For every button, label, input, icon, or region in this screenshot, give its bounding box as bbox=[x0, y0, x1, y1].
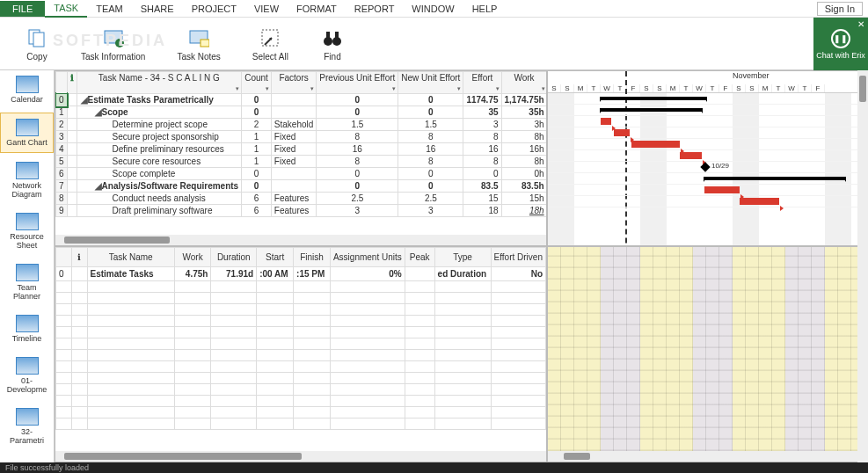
task-row[interactable]: 9Draft preliminary software6Features3318… bbox=[56, 205, 548, 217]
gantt-row[interactable] bbox=[548, 150, 867, 162]
task-row[interactable]: 5Secure core resources1Fixed8888h1d bbox=[56, 156, 548, 168]
view-icon bbox=[16, 119, 39, 136]
view-icon bbox=[16, 162, 39, 179]
detail-row[interactable] bbox=[56, 373, 546, 384]
view-bar: CalendarGantt ChartNetworkDiagramResourc… bbox=[0, 70, 55, 462]
detail-hscrollbar[interactable] bbox=[55, 451, 546, 462]
menu-share[interactable]: SHARE bbox=[132, 1, 183, 17]
bar-label: 10/29 bbox=[711, 162, 729, 170]
menu-file[interactable]: FILE bbox=[0, 1, 45, 17]
menu-window[interactable]: WINDOW bbox=[403, 1, 463, 17]
task-notes-button[interactable]: Task Notes bbox=[177, 25, 220, 62]
menu-report[interactable]: REPORT bbox=[346, 1, 404, 17]
gantt-row[interactable] bbox=[548, 139, 867, 150]
task-row[interactable]: 8Conduct needs analysis6Features2.52.515… bbox=[56, 193, 548, 205]
detail-row[interactable] bbox=[56, 396, 546, 407]
menu-help[interactable]: HELP bbox=[463, 1, 507, 17]
menu-view[interactable]: VIEW bbox=[245, 1, 288, 17]
task-detail-grid[interactable]: ℹTask NameWorkDurationStartFinishAssignm… bbox=[55, 247, 546, 430]
col-header[interactable]: Factors▾ bbox=[271, 72, 316, 94]
view-calendar[interactable]: Calendar bbox=[0, 70, 54, 109]
task-bar bbox=[601, 118, 611, 125]
gantt-row[interactable] bbox=[548, 185, 867, 196]
view-timeline[interactable]: Timeline bbox=[0, 309, 54, 348]
task-row[interactable]: 3Secure project sponsorship1Fixed8888h1d bbox=[56, 131, 548, 143]
task-row[interactable]: 0◢Estimate Tasks Parametrically0001174.7… bbox=[56, 94, 548, 106]
task-bar bbox=[631, 141, 680, 148]
detail-col-header[interactable]: Effort Driven bbox=[491, 248, 545, 267]
status-bar: File successfully loaded bbox=[0, 462, 868, 473]
view-32-parametri[interactable]: 32-Parametri bbox=[0, 403, 54, 450]
col-header[interactable]: Count▾ bbox=[242, 72, 272, 94]
gantt-pane[interactable]: November SSMTWTFSSMTWTFSSMTWTF 10/29 bbox=[547, 70, 868, 246]
view-team-planner[interactable]: TeamPlanner bbox=[0, 258, 54, 306]
menu-team[interactable]: TEAM bbox=[87, 1, 132, 17]
task-information-button[interactable]: i Task Information bbox=[81, 25, 145, 62]
detail-col-header[interactable]: Work bbox=[174, 248, 211, 267]
col-header[interactable]: Previous Unit Effort▾ bbox=[317, 72, 398, 94]
select-all-button[interactable]: Select All bbox=[252, 25, 288, 62]
detail-col-header[interactable]: Peak bbox=[405, 248, 434, 267]
detail-col-header[interactable]: Type bbox=[434, 248, 491, 267]
detail-col-header[interactable]: Start bbox=[257, 248, 294, 267]
view-icon bbox=[16, 315, 39, 332]
view-resource-sheet[interactable]: ResourceSheet bbox=[0, 207, 54, 255]
detail-row[interactable]: 0Estimate Tasks4.75h71.91d:00 AM:15 PM0%… bbox=[56, 267, 546, 281]
task-row[interactable]: 7◢Analysis/Software Requirements00083.58… bbox=[56, 180, 548, 193]
gantt-row[interactable] bbox=[548, 93, 867, 105]
task-grid-pane[interactable]: ℹTask Name - 34 - S C A L I N G▾Count▾Fa… bbox=[55, 70, 547, 246]
detail-row[interactable] bbox=[56, 304, 546, 316]
milestone bbox=[700, 162, 710, 171]
view-gantt-chart[interactable]: Gantt Chart bbox=[0, 113, 54, 153]
task-grid-hscrollbar[interactable] bbox=[55, 235, 546, 245]
timephased-pane[interactable] bbox=[547, 246, 868, 462]
detail-col-header[interactable]: Duration bbox=[211, 248, 257, 267]
gantt-row[interactable] bbox=[548, 116, 867, 127]
detail-row[interactable] bbox=[56, 281, 546, 293]
col-header[interactable]: New Unit Effort▾ bbox=[398, 72, 463, 94]
detail-row[interactable] bbox=[56, 384, 546, 396]
menu-bar: FILE TASK TEAM SHARE PROJECT VIEW FORMAT… bbox=[0, 0, 868, 18]
timephased-grid[interactable] bbox=[548, 247, 867, 462]
gantt-row[interactable] bbox=[548, 105, 867, 116]
detail-row[interactable] bbox=[56, 316, 546, 327]
task-detail-pane[interactable]: ℹTask NameWorkDurationStartFinishAssignm… bbox=[55, 246, 547, 462]
col-header[interactable]: Task Name - 34 - S C A L I N G▾ bbox=[77, 72, 242, 94]
chat-with-erix-button[interactable]: ✕ ❚❚ Chat with Erix bbox=[813, 18, 868, 70]
timephased-hscrollbar[interactable] bbox=[548, 451, 867, 462]
col-header[interactable]: Effort▾ bbox=[463, 72, 501, 94]
detail-col-header[interactable]: Finish bbox=[294, 248, 331, 267]
task-row[interactable]: 6Scope complete00000h0d bbox=[56, 168, 548, 180]
menu-format[interactable]: FORMAT bbox=[288, 1, 346, 17]
task-grid[interactable]: ℹTask Name - 34 - S C A L I N G▾Count▾Fa… bbox=[55, 71, 547, 217]
gantt-row[interactable] bbox=[548, 196, 867, 207]
detail-row[interactable] bbox=[56, 407, 546, 418]
copy-icon bbox=[25, 25, 49, 50]
close-icon[interactable]: ✕ bbox=[857, 19, 864, 29]
detail-row[interactable] bbox=[56, 338, 546, 350]
gantt-row[interactable] bbox=[548, 173, 867, 185]
menu-project[interactable]: PROJECT bbox=[183, 1, 245, 17]
view-network-diagram[interactable]: NetworkDiagram bbox=[0, 156, 54, 204]
view-01-developme[interactable]: 01-Developme bbox=[0, 352, 54, 399]
gantt-row[interactable] bbox=[548, 127, 867, 139]
signin-button[interactable]: Sign In bbox=[817, 2, 863, 16]
vertical-scrollbar[interactable] bbox=[857, 70, 868, 462]
gantt-chart-area[interactable]: 10/29 bbox=[548, 93, 867, 207]
detail-row[interactable] bbox=[56, 350, 546, 361]
find-button[interactable]: Find bbox=[320, 25, 345, 62]
col-header[interactable]: Work▾ bbox=[501, 72, 547, 94]
task-row[interactable]: 2Determine project scope2Stakehold1.51.5… bbox=[56, 119, 548, 131]
detail-row[interactable] bbox=[56, 327, 546, 338]
detail-row[interactable] bbox=[56, 361, 546, 373]
view-icon bbox=[16, 264, 39, 281]
detail-row[interactable] bbox=[56, 293, 546, 304]
menu-task[interactable]: TASK bbox=[45, 0, 87, 18]
detail-col-header[interactable]: Task Name bbox=[87, 248, 174, 267]
task-row[interactable]: 1◢Scope0003535h4.38d bbox=[56, 106, 548, 119]
copy-button[interactable]: Copy bbox=[25, 25, 49, 62]
task-row[interactable]: 4Define preliminary resources1Fixed16161… bbox=[56, 143, 548, 156]
detail-col-header[interactable]: Assignment Units bbox=[330, 248, 405, 267]
gantt-row[interactable]: 10/29 bbox=[548, 162, 867, 173]
detail-row[interactable] bbox=[56, 418, 546, 430]
